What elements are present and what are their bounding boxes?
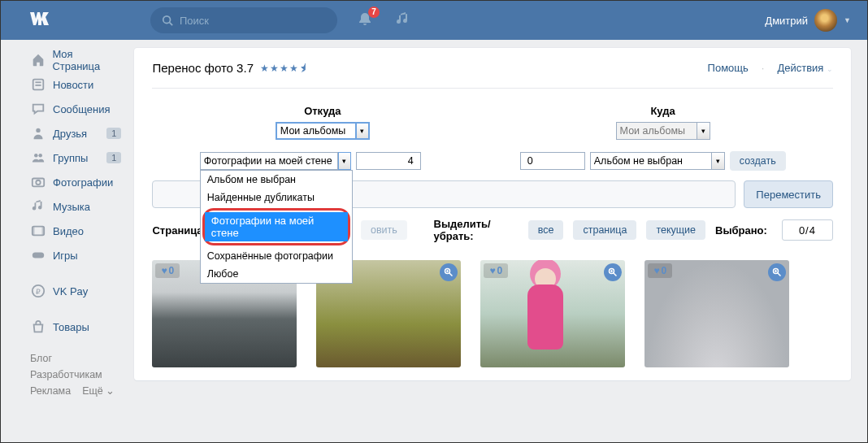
bag-icon [30,319,46,335]
chevron-down-icon[interactable]: ▼ [844,16,851,24]
select-all-button[interactable]: все [528,220,564,240]
user-name[interactable]: Дмитрий [765,15,808,27]
heart-icon: ♥ [489,265,495,276]
svg-point-5 [36,128,40,132]
sidebar-item-label: Видео [53,225,84,237]
like-badge[interactable]: ♥0 [648,263,672,278]
count-badge: 1 [106,128,121,139]
count-badge: 1 [106,152,121,163]
svg-line-21 [449,273,453,276]
svg-rect-12 [42,227,45,236]
to-source-select[interactable]: Мои альбомы [616,122,697,140]
link-blog[interactable]: Блог [30,350,52,367]
help-link[interactable]: Помощь [708,62,749,74]
chevron-down-icon: ⌄ [827,65,833,73]
sidebar-item-video[interactable]: Видео [30,219,121,243]
to-album-select[interactable]: Альбом не выбран [590,152,712,170]
notif-badge: 7 [368,7,380,18]
sidebar-item-label: Друзья [53,128,87,140]
dropdown-toggle[interactable]: ▾ [697,122,710,140]
dropdown-toggle[interactable]: ▾ [338,152,351,170]
like-badge[interactable]: ♥0 [484,263,508,278]
zoom-button[interactable] [604,263,622,281]
zoom-button[interactable] [440,263,458,281]
friends-icon [30,125,46,141]
search-icon [162,15,173,26]
link-dev[interactable]: Разработчикам [30,367,102,383]
dropdown-toggle[interactable]: ▾ [712,152,725,170]
home-icon [30,52,46,68]
dropdown-option[interactable]: Альбом не выбран [201,171,352,189]
sidebar-item-groups[interactable]: Группы1 [30,145,121,170]
app-card: Перенос фото 3.7 ★★★★⯨ Помощь · Действия… [134,48,851,380]
video-icon [30,223,46,239]
select-page-button[interactable]: страница [573,220,636,240]
sidebar-item-vkpay[interactable]: ₽VK Pay [30,279,121,303]
sidebar-item-label: Новости [53,79,93,91]
svg-point-7 [38,154,42,158]
pay-icon: ₽ [30,283,46,299]
create-button[interactable]: создать [730,151,786,171]
like-badge[interactable]: ♥0 [155,263,180,278]
link-ads[interactable]: Реклама [30,383,71,399]
avatar[interactable] [814,9,837,32]
search-input[interactable] [180,15,316,27]
search-box[interactable] [150,7,337,33]
dropdown-option[interactable]: Любое [201,265,352,283]
notifications-button[interactable]: 7 [357,11,373,30]
music-icon [396,12,410,27]
heart-icon: ♥ [653,265,659,276]
svg-line-1 [170,23,173,26]
sidebar-item-label: Музыка [53,201,90,213]
chat-icon [30,101,46,117]
sidebar-item-market[interactable]: Товары [30,315,121,339]
refresh-button[interactable]: овить [361,220,407,240]
dropdown-option[interactable]: Сохранённые фотографии [201,247,352,265]
svg-point-6 [34,154,38,158]
actions-link[interactable]: Действия ⌄ [777,62,833,74]
select-label: Выделить/убрать: [434,218,519,242]
sidebar-item-profile[interactable]: Моя Страница [30,48,121,72]
page-label: Страница: [152,224,206,237]
vk-logo[interactable] [30,11,53,30]
move-button[interactable]: Переместить [744,180,833,208]
sidebar-item-friends[interactable]: Друзья1 [30,121,121,145]
groups-icon [30,150,46,166]
from-title: Откуда [276,105,370,117]
sidebar-item-photos[interactable]: Фотографии [30,170,121,194]
link-more[interactable]: Ещё ⌄ [82,383,115,399]
zoom-icon [444,267,454,277]
highlight-annotation: Фотографии на моей стене [202,208,350,245]
dropdown-option-selected[interactable]: Фотографии на моей стене [205,212,348,241]
news-icon [30,76,46,93]
photo-thumbnail[interactable]: ♥0 [480,260,625,367]
from-album-select[interactable]: Фотографии на моей стене [200,152,338,170]
dropdown-option[interactable]: Найденные дубликаты [201,189,352,206]
games-icon [30,247,46,263]
sidebar-item-messages[interactable]: Сообщения [30,97,121,121]
sidebar: Моя Страница Новости Сообщения Друзья1 Г… [30,48,121,399]
to-title: Куда [616,105,710,117]
footer-links: Блог Разработчикам Реклама Ещё ⌄ [30,350,121,399]
sidebar-item-label: Сообщения [53,103,111,115]
photo-thumbnail[interactable]: ♥0 [644,260,789,367]
zoom-button[interactable] [768,263,786,281]
svg-rect-13 [33,252,44,258]
heart-icon: ♥ [161,265,167,276]
dropdown-toggle[interactable]: ▾ [357,122,370,140]
top-header: 7 Дмитрий ▼ [1,1,867,40]
select-current-button[interactable]: текущие [646,220,705,240]
from-source-select[interactable]: Мои альбомы [276,122,357,140]
sidebar-item-label: Моя Страница [52,48,121,72]
sidebar-item-music[interactable]: Музыка [30,194,121,219]
music-button[interactable] [396,12,410,29]
svg-rect-11 [33,227,35,236]
sidebar-item-label: VK Pay [53,285,88,298]
sidebar-item-news[interactable]: Новости [30,72,121,97]
selected-count: 0/4 [782,219,833,241]
rating-stars[interactable]: ★★★★⯨ [260,63,310,74]
sidebar-item-games[interactable]: Игры [30,243,121,267]
to-count: 0 [520,152,585,170]
zoom-icon [772,267,782,277]
svg-point-0 [163,16,171,24]
